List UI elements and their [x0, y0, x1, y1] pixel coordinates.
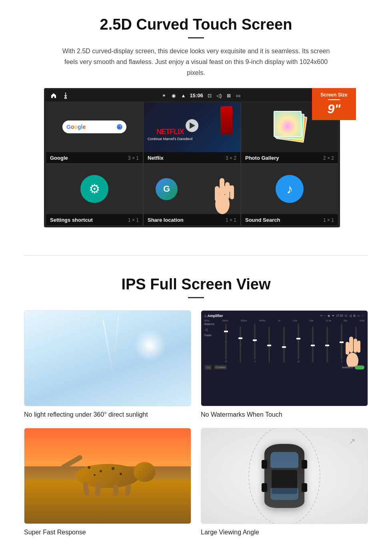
section2-divider: [188, 297, 204, 298]
section-curved-screen: 2.5D Curved Touch Screen With 2.5D curve…: [0, 0, 392, 243]
eq-thumb-1[interactable]: [224, 331, 228, 332]
usb-icon: [62, 92, 69, 99]
car-top-view: [264, 444, 304, 508]
window-icon: ▭: [235, 92, 242, 99]
netflix-text: NETFLIX: [156, 128, 184, 136]
eq-thumb-7[interactable]: [311, 345, 315, 346]
eq-bar-6: -10: [292, 323, 305, 363]
amplifier-image: ⌂ Amplifier ≡···◉▼17:33⊡◁)⊠▭← 60hz100hz2…: [201, 310, 368, 406]
status-bar: ✴ ◉ ▲ 15:06 ⊡ ◁) ⊠ ▭: [46, 90, 338, 102]
eq-bar-8: [321, 327, 334, 363]
google-search-bar[interactable]: Google 🎤: [62, 120, 126, 133]
car-windshield: [270, 452, 298, 468]
hand-pointing-icon: [204, 166, 236, 214]
netflix-content: NETFLIX Continue Marvel's Daredevil: [144, 102, 240, 152]
title-divider: [188, 37, 204, 38]
feature-sunlight: No light reflecting under 360° direct su…: [24, 310, 191, 418]
flower-image: [274, 112, 301, 136]
status-time: 15:06: [190, 92, 203, 98]
netflix-subtitle: Continue Marvel's Daredevil: [148, 137, 192, 141]
google-content: Google 🎤: [46, 102, 143, 152]
google-mic-icon[interactable]: 🎤: [117, 124, 122, 130]
share-label-row: Share location 1 × 1: [144, 214, 240, 226]
amp-custom-btn[interactable]: Custom: [214, 365, 227, 369]
amp-title: ⌂ Amplifier: [204, 314, 223, 318]
eq-thumb-2[interactable]: [238, 337, 242, 339]
gallery-app-name: Photo Gallery: [245, 155, 279, 161]
svg-rect-8: [357, 341, 360, 353]
google-logo: Google: [66, 124, 86, 130]
badge-size: 9": [328, 102, 341, 116]
volume-icon: ◁): [216, 92, 222, 99]
sound-label-row: Sound Search 1 × 1: [241, 214, 338, 226]
eq-thumb-6[interactable]: [296, 338, 300, 339]
device-mockup: Screen Size 9": [44, 88, 348, 227]
badge-label: Screen Size: [315, 92, 353, 98]
svg-rect-9: [346, 342, 349, 355]
settings-gear-icon: ⚙: [80, 175, 108, 203]
app-grid-row2: ⚙ Settings shortcut 1 × 1 G: [46, 164, 338, 226]
eq-bar-3: 0: [248, 323, 262, 363]
eq-thumb-5[interactable]: [282, 346, 286, 348]
section1-description: With 2.5D curved-display screen, this de…: [56, 46, 336, 78]
settings-app-size: 1 × 1: [128, 217, 139, 223]
eq-bar-4: [263, 327, 276, 363]
cheetah-body: [52, 456, 164, 496]
status-left-icons: [50, 92, 69, 99]
wheel-rear-right: [302, 483, 307, 492]
sunlight-visual: [24, 311, 191, 406]
sound-app-name: Sound Search: [245, 217, 280, 223]
share-app-size: 1 × 1: [226, 217, 236, 223]
eq-thumb-4[interactable]: [267, 345, 271, 346]
svg-point-10: [346, 353, 358, 367]
screen-size-badge: Screen Size 9": [312, 88, 356, 120]
gallery-label-row: Photo Gallery 2 × 2: [241, 152, 338, 164]
car-visual: ↗: [201, 428, 368, 524]
netflix-app-size: 3 × 2: [226, 155, 236, 161]
google-app-size: 3 × 1: [128, 155, 139, 161]
share-location-cell[interactable]: G Share locat: [143, 164, 241, 226]
eq-bar-2: [234, 327, 247, 363]
sound-app-size: 1 × 1: [323, 217, 334, 223]
svg-point-5: [215, 194, 230, 214]
home-icon[interactable]: [50, 92, 57, 99]
amplifier-caption: No Watermarks When Touch: [201, 411, 368, 418]
netflix-label-row: Netflix 3 × 2: [144, 152, 240, 164]
amp-back-btn[interactable]: ◁◁: [204, 365, 212, 370]
status-center: ✴ ◉ ▲ 15:06 ⊡ ◁) ⊠ ▭: [161, 92, 241, 99]
car-image: ↗: [201, 428, 368, 524]
section2-title: IPS Full Screen View: [24, 276, 368, 293]
google-label-row: Google 3 × 1: [46, 152, 143, 164]
feature-car: ↗ Large Viewing Angle: [201, 428, 368, 536]
photo-stack: [274, 111, 306, 143]
feature-cheetah: Super Fast Response: [24, 428, 191, 536]
eq-thumb-8[interactable]: [325, 345, 329, 346]
sun-rays: [134, 329, 166, 361]
eq-thumb-3[interactable]: [253, 339, 257, 341]
section-divider: [24, 255, 368, 256]
netflix-app-cell[interactable]: NETFLIX Continue Marvel's Daredevil Netf…: [143, 102, 241, 164]
google-app-name: Google: [50, 155, 68, 161]
section1-title: 2.5D Curved Touch Screen: [24, 16, 368, 33]
android-screen: ✴ ◉ ▲ 15:06 ⊡ ◁) ⊠ ▭: [44, 88, 340, 227]
photo-card-front: [274, 111, 302, 137]
gear-symbol: ⚙: [89, 181, 100, 197]
sunlight-caption: No light reflecting under 360° direct su…: [24, 411, 191, 418]
wheel-front-left: [262, 460, 267, 469]
daredevil-figure: [220, 106, 232, 134]
wheel-rear-left: [262, 483, 267, 492]
app-grid-row1: Google 🎤 Google 3 × 1: [46, 102, 338, 164]
sunlight-image: [24, 310, 191, 406]
sound-search-cell[interactable]: ♪ Sound Search 1 × 1: [241, 164, 338, 226]
share-content: G: [144, 164, 240, 214]
feature-amplifier: ⌂ Amplifier ≡···◉▼17:33⊡◁)⊠▭← 60hz100hz2…: [201, 310, 368, 418]
amp-status: ≡···◉▼17:33⊡◁)⊠▭←: [320, 314, 364, 317]
google-app-cell[interactable]: Google 🎤 Google 3 × 1: [46, 102, 143, 164]
google-maps-icon: G: [156, 178, 178, 200]
eq-bar-5: [277, 327, 290, 363]
settings-app-cell[interactable]: ⚙ Settings shortcut 1 × 1: [46, 164, 143, 226]
settings-content: ⚙: [46, 164, 143, 214]
amp-left-controls: ◁◁ Custom: [204, 365, 227, 370]
amp-toggle[interactable]: [355, 365, 364, 369]
car-arrow-icon: ↗: [349, 436, 356, 446]
